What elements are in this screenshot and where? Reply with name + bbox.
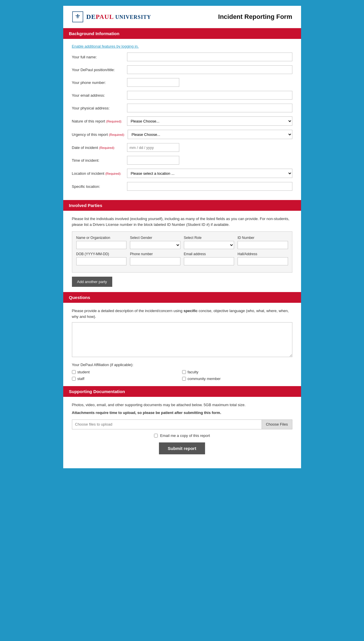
affiliation-student-checkbox[interactable] (72, 370, 76, 374)
specific-location-input[interactable] (127, 182, 292, 191)
background-section-body: Enable additional features by logging in… (63, 39, 301, 200)
svg-text:⚜: ⚜ (75, 13, 81, 20)
party-name-col: Name or Organization (76, 236, 127, 249)
party-dob-input[interactable] (76, 257, 127, 265)
party-gender-col: Select Gender Male Female Other (130, 236, 180, 249)
file-upload-row: Choose Files (72, 419, 292, 429)
party-dob-col: DOB (YYYY-MM-DD) (76, 252, 127, 265)
questions-desc-part1: Please provide a detailed description of… (72, 309, 184, 313)
party-id-label: ID Number (238, 236, 288, 240)
affiliation-label: Your DePaul Affiliation (if applicable): (72, 363, 292, 367)
specific-location-label: Specific location: (72, 184, 127, 189)
address-label: Your physical address: (72, 106, 127, 110)
choose-files-button[interactable]: Choose Files (262, 420, 292, 429)
party-phone-label: Phone number (130, 252, 180, 256)
urgency-row: Urgency of this report (Required): Pleas… (72, 130, 292, 139)
party-email-label: Email address (184, 252, 234, 256)
affiliation-community-label: community member (188, 377, 221, 381)
party-role-select[interactable]: Student Faculty Staff (184, 241, 234, 249)
date-row: Date of incident (Required): (72, 143, 292, 152)
party-row-bottom: DOB (YYYY-MM-DD) Phone number Email addr… (76, 252, 288, 265)
background-section: Background Information Enable additional… (63, 28, 301, 200)
date-input[interactable] (127, 143, 179, 152)
submit-button[interactable]: Submit report (159, 442, 205, 454)
party-name-input[interactable] (76, 241, 127, 249)
party-phone-input[interactable] (130, 257, 180, 265)
questions-section: Questions Please provide a detailed desc… (63, 292, 301, 386)
add-party-button[interactable]: Add another party (72, 277, 112, 287)
party-hall-label: Hall/Address (238, 252, 288, 256)
background-section-header: Background Information (63, 28, 301, 39)
location-row: Location of incident (Required): Please … (72, 169, 292, 178)
position-row: Your DePaul position/title: (72, 65, 292, 74)
email-input[interactable] (127, 91, 292, 100)
email-copy-row: Email me a copy of this report (72, 433, 292, 438)
email-row: Your email address: (72, 91, 292, 100)
email-label: Your email address: (72, 93, 127, 98)
date-label: Date of incident (Required): (72, 145, 127, 150)
affiliation-community-checkbox[interactable] (182, 377, 186, 381)
full-name-row: Your full name: (72, 53, 292, 61)
party-dob-label: DOB (YYYY-MM-DD) (76, 252, 127, 256)
party-row-top: Name or Organization Select Gender Male … (76, 236, 288, 249)
party-hall-input[interactable] (238, 257, 288, 265)
affiliation-student-label: student (77, 370, 90, 374)
nature-select[interactable]: Please Choose... (127, 116, 292, 126)
supporting-section-body: Photos, video, email, and other supporti… (63, 397, 301, 460)
full-name-label: Your full name: (72, 55, 127, 59)
questions-desc-bold: specific (184, 309, 198, 313)
time-input[interactable] (127, 156, 179, 165)
depaul-logo-icon: ⚜ (72, 11, 84, 23)
involved-description: Please list the individuals involved (ex… (72, 216, 292, 227)
supporting-section: Supporting Documentation Photos, video, … (63, 386, 301, 460)
position-input[interactable] (127, 65, 292, 74)
affiliation-faculty-checkbox[interactable] (182, 370, 186, 374)
page-container: ⚜ DePaul University Incident Reporting F… (63, 6, 301, 468)
file-upload-placeholder[interactable] (72, 420, 262, 429)
email-copy-label: Email me a copy of this report (160, 433, 210, 438)
address-row: Your physical address: (72, 104, 292, 112)
full-name-input[interactable] (127, 53, 292, 61)
party-email-col: Email address (184, 252, 234, 265)
questions-textarea[interactable] (72, 322, 292, 357)
position-label: Your DePaul position/title: (72, 68, 127, 72)
logo-area: ⚜ DePaul University (72, 11, 151, 23)
login-link[interactable]: Enable additional features by logging in… (72, 44, 292, 48)
nature-label: Nature of this report (Required): (72, 119, 127, 123)
party-id-input[interactable] (238, 241, 288, 249)
phone-input[interactable] (127, 78, 179, 87)
party-role-col: Select Role Student Faculty Staff (184, 236, 234, 249)
party-gender-select[interactable]: Male Female Other (130, 241, 180, 249)
phone-label: Your phone number: (72, 80, 127, 85)
party-hall-col: Hall/Address (238, 252, 288, 265)
affiliation-staff-checkbox[interactable] (72, 377, 76, 381)
party-name-label: Name or Organization (76, 236, 127, 240)
location-select[interactable]: Please select a location ... (127, 169, 292, 178)
party-email-input[interactable] (184, 257, 234, 265)
party-role-label: Select Role (184, 236, 234, 240)
party-gender-label: Select Gender (130, 236, 180, 240)
email-copy-checkbox[interactable] (154, 434, 158, 437)
affiliation-student: student (72, 370, 182, 374)
time-label: Time of incident: (72, 158, 127, 163)
address-input[interactable] (127, 104, 292, 112)
supporting-desc2-bold: Attachments require time to upload, so p… (72, 410, 221, 415)
form-title: Incident Reporting Form (218, 13, 292, 21)
phone-row: Your phone number: (72, 78, 292, 87)
location-label: Location of incident (Required): (72, 171, 127, 176)
affiliation-grid: student faculty staff community member (72, 370, 292, 381)
affiliation-faculty-label: faculty (188, 370, 199, 374)
logo-text: DePaul University (86, 13, 151, 21)
involved-section-body: Please list the individuals involved (ex… (63, 211, 301, 292)
supporting-section-header: Supporting Documentation (63, 386, 301, 397)
party-phone-col: Phone number (130, 252, 180, 265)
specific-location-row: Specific location: (72, 182, 292, 191)
urgency-label: Urgency of this report (Required): (72, 132, 128, 137)
supporting-desc2: Attachments require time to upload, so p… (72, 410, 292, 416)
affiliation-staff-label: staff (77, 377, 84, 381)
urgency-select[interactable]: Please Choose... (128, 130, 292, 139)
questions-description: Please provide a detailed description of… (72, 308, 292, 319)
questions-section-header: Questions (63, 292, 301, 303)
party-id-col: ID Number (238, 236, 288, 249)
time-row: Time of incident: (72, 156, 292, 165)
